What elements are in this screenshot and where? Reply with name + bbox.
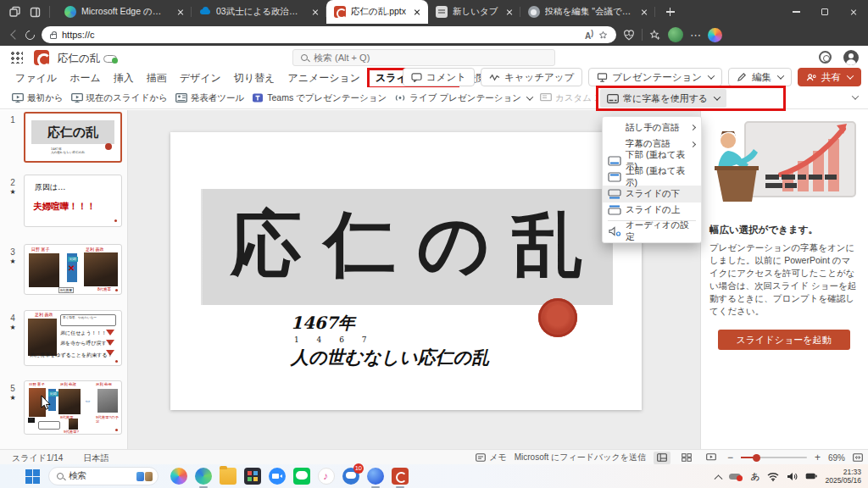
itunes-app-icon[interactable] (318, 468, 335, 485)
slide-subtitle-text[interactable]: 人の世むなしい応仁の乱 (291, 346, 489, 369)
tab-close-icon[interactable] (638, 6, 650, 18)
window-close-button[interactable] (839, 0, 868, 24)
always-use-subtitles-button[interactable]: 常に字幕を使用する (600, 89, 726, 108)
menu-home[interactable]: ホーム (70, 71, 101, 86)
favorite-star-icon[interactable] (598, 30, 608, 40)
browser-tab[interactable]: 投稿を編集 "会議でのパワポ作成に" (520, 0, 655, 24)
taskbar-search-input[interactable]: 検索 (48, 467, 159, 485)
thumbnail-slide-1[interactable]: 応仁の乱 1467年人の世むなしい応仁の乱 (24, 112, 122, 163)
edge-taskbar-icon[interactable] (195, 468, 212, 485)
gear-icon[interactable] (819, 51, 832, 64)
speaker-icon[interactable] (787, 472, 798, 481)
ime-indicator[interactable]: あ (750, 470, 760, 483)
read-aloud-icon[interactable]: A) (585, 29, 593, 41)
back-icon[interactable] (10, 30, 19, 39)
start-slideshow-button[interactable]: スライドショーを起動 (718, 330, 850, 350)
from-beginning-button[interactable]: 最初から (12, 92, 64, 104)
browser-essentials-icon[interactable] (623, 30, 635, 41)
new-tab-button[interactable] (664, 5, 677, 19)
taskbar-clock[interactable]: 21:33 2025/05/16 (825, 468, 861, 485)
thumbnail-slide-3[interactable]: 日野 富子 足利 義政 結婚 ✕ 8代将軍 8代将軍 (24, 244, 122, 295)
time-label: 21:33 (825, 468, 861, 476)
tab-actions-icon[interactable] (30, 7, 41, 18)
url-text[interactable]: https://c (62, 30, 95, 40)
menu-transitions[interactable]: 切り替え (234, 71, 275, 86)
normal-view-button[interactable] (654, 452, 670, 464)
language-label[interactable]: 日本語 (83, 452, 108, 464)
menu-design[interactable]: デザイン (180, 71, 221, 86)
menu-file[interactable]: ファイル (15, 71, 57, 86)
slideshow-view-button[interactable] (703, 452, 720, 464)
copilot-taskbar-icon[interactable] (170, 468, 187, 485)
thumbnail-slide-4[interactable]: 足利 義政 早く隠居、やめたいなー 弟に任せよう！！！ 弟を寺から呼び戻す！ 弟… (24, 310, 122, 366)
app-grid-icon[interactable] (244, 468, 261, 485)
line-app-icon[interactable] (293, 468, 310, 485)
onedrive-tray-icon[interactable] (729, 472, 743, 480)
menu-item-speaker-language[interactable]: 話し手の言語 (603, 119, 701, 136)
menu-animations[interactable]: アニメーション (287, 71, 360, 86)
window-minimize-button[interactable] (782, 0, 810, 24)
present-in-teams-button[interactable]: Teams でプレゼンテーション (252, 92, 387, 104)
menu-draw[interactable]: 描画 (147, 71, 167, 86)
search-input[interactable]: 検索 (Alt + Q) (292, 49, 555, 66)
window-maximize-button[interactable] (810, 0, 839, 24)
slide-count-label[interactable]: スライド1/14 (12, 452, 63, 464)
edit-mode-button[interactable]: 編集 (728, 68, 792, 86)
ribbon-collapse-icon[interactable] (852, 92, 859, 99)
comment-button[interactable]: コメント (403, 68, 475, 86)
tab-close-icon[interactable] (309, 6, 321, 18)
menu-item-above-slide[interactable]: スライドの上 (603, 202, 701, 219)
app-launcher-icon[interactable] (11, 52, 23, 64)
fit-to-window-icon[interactable] (853, 453, 863, 462)
catchup-button[interactable]: キャッチアップ (481, 68, 582, 86)
tab-close-icon[interactable] (411, 6, 423, 18)
battery-icon[interactable] (805, 472, 817, 480)
live-presentation-button[interactable]: ライブ プレゼンテーション (394, 92, 532, 104)
share-button[interactable]: 共有 (798, 68, 861, 86)
chat-app-icon[interactable]: 10 (342, 468, 359, 485)
presenter-tools-button[interactable]: 発表者ツール (175, 92, 245, 104)
tab-close-icon[interactable] (175, 6, 186, 18)
zoom-app-icon[interactable] (269, 468, 286, 485)
thumbnail-slide-2[interactable]: 原因は… 夫婦喧嘩！！！ (24, 175, 122, 227)
settings-more-icon[interactable]: ⋯ (690, 30, 701, 41)
account-icon[interactable] (843, 50, 859, 65)
menu-item-audio-settings[interactable]: オーディオの設定 (603, 223, 701, 240)
file-explorer-icon[interactable] (220, 468, 236, 485)
feedback-link[interactable]: Microsoft にフィードバックを送信 (515, 452, 646, 463)
slide-year-text[interactable]: 1467年 (291, 312, 355, 335)
teams-icon (252, 93, 264, 103)
powerpoint-logo-icon[interactable] (34, 50, 49, 65)
browser-app-icon[interactable] (367, 468, 384, 485)
thumbnail-slide-5[interactable]: 日野 富子 足利 義政 足利 義視 結婚 ⇔ ··· 8代将軍 9代将軍?の予定… (24, 380, 122, 435)
workspaces-icon[interactable] (8, 6, 21, 19)
refresh-icon[interactable] (24, 28, 36, 41)
browser-tab[interactable]: 新しいタブ (428, 0, 520, 24)
zoom-in-button[interactable]: + (815, 452, 821, 463)
menu-item-top-overlaid[interactable]: 上部 (重ねて表示) (603, 169, 701, 186)
from-current-slide-button[interactable]: 現在のスライドから (71, 92, 168, 104)
browser-tab[interactable]: Microsoft Edge の新機能 (57, 0, 192, 24)
wifi-icon[interactable] (767, 472, 779, 481)
notes-button[interactable]: メモ (476, 452, 506, 463)
start-button[interactable] (25, 469, 40, 484)
zoom-level-label[interactable]: 69% (828, 453, 845, 463)
powerpoint-taskbar-icon[interactable] (392, 468, 409, 485)
browser-tab[interactable]: 03武士による政治のはじまり - OneD (192, 0, 326, 24)
menu-insert[interactable]: 挿入 (114, 71, 134, 86)
slide-editor[interactable]: 応仁の乱 1467年 1 4 6 7 人の世むなしい応仁の乱 (170, 132, 642, 410)
slide-title[interactable]: 応仁の乱 (201, 189, 613, 305)
browser-tab-active[interactable]: 応仁の乱.pptx (326, 0, 428, 24)
zoom-slider[interactable] (741, 457, 807, 458)
zoom-out-button[interactable]: − (727, 452, 733, 463)
newtab-favicon (436, 6, 448, 18)
document-title[interactable]: 応仁の乱 (58, 52, 100, 66)
hidden-icons-chevron[interactable] (715, 474, 723, 483)
copilot-icon[interactable] (708, 28, 722, 42)
favorites-bar-icon[interactable] (649, 30, 661, 41)
profile-avatar[interactable] (668, 27, 683, 42)
tab-close-icon[interactable] (504, 6, 515, 18)
url-field[interactable]: https://c A) (42, 26, 616, 43)
presentation-button[interactable]: プレゼンテーション (588, 68, 722, 86)
slide-sorter-view-button[interactable] (678, 452, 695, 464)
